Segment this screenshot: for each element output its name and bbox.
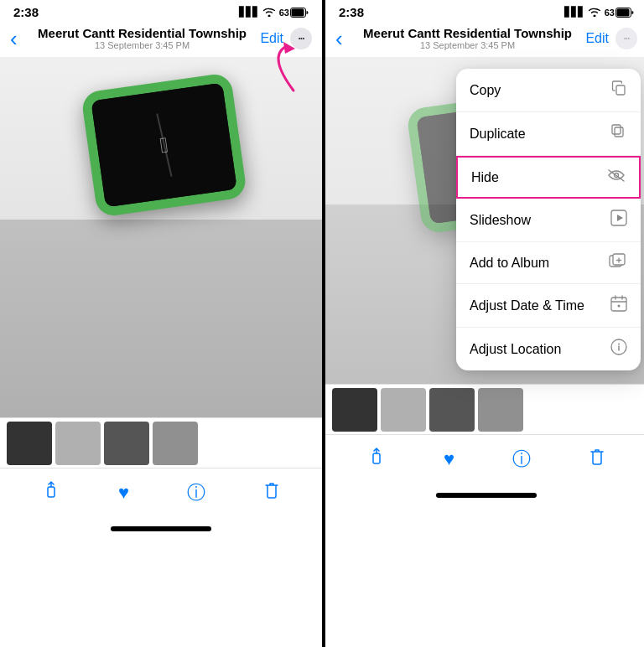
- menu-label-add-to-album: Add to Album: [470, 256, 549, 271]
- thumb-4-left[interactable]: [153, 422, 198, 465]
- copy-icon: [610, 80, 627, 101]
- menu-label-adjust-location: Adjust Location: [470, 342, 561, 357]
- more-button-left[interactable]: ···: [290, 28, 312, 49]
- bottom-toolbar-right: ♥ ⓘ: [325, 434, 644, 493]
- thumb-3-left[interactable]: [104, 422, 149, 465]
- nav-header-right: ‹ Meerut Cantt Residential Township 13 S…: [325, 23, 644, 57]
- trash-button-right[interactable]: [589, 448, 605, 471]
- right-screen: 2:38 ▋▋▋ 63 ‹ Meerut: [325, 0, 644, 647]
- back-button-left[interactable]: ‹: [10, 28, 18, 49]
- photo-area-left: : [0, 57, 322, 417]
- edit-button-left[interactable]: Edit: [260, 31, 283, 46]
- status-icons-left: ▋▋▋ 63: [239, 7, 309, 18]
- photo-subtitle-left: 13 September 3:45 PM: [24, 40, 261, 50]
- menu-item-adjust-location[interactable]: Adjust Location: [456, 328, 641, 370]
- info-button-right[interactable]: ⓘ: [512, 447, 531, 472]
- status-bar-right: 2:38 ▋▋▋ 63: [325, 0, 644, 23]
- menu-item-adjust-date-time[interactable]: Adjust Date & Time: [456, 284, 641, 328]
- context-menu: Copy Duplicate Hide: [456, 69, 641, 370]
- play-icon: [610, 210, 627, 230]
- heart-button-left[interactable]: ♥: [118, 482, 129, 504]
- menu-item-slideshow[interactable]: Slideshow: [456, 199, 641, 242]
- battery-icon-right: 63: [605, 8, 634, 18]
- svg-point-24: [618, 344, 620, 345]
- thumbnail-strip-left: [0, 417, 322, 468]
- thumb-4-right[interactable]: [478, 388, 523, 432]
- add-album-icon: [609, 253, 627, 272]
- bottom-toolbar-left: ♥ ⓘ: [0, 468, 322, 526]
- wifi-icon-left: [262, 7, 276, 18]
- table-surface-left: [0, 220, 322, 418]
- thumb-3-right[interactable]: [429, 388, 475, 432]
- home-indicator-right: [436, 493, 537, 498]
- signal-icon-right: ▋▋▋: [564, 7, 584, 18]
- thumb-1-left[interactable]: [7, 422, 52, 465]
- status-time-left: 2:38: [13, 5, 39, 19]
- svg-rect-3: [48, 487, 55, 497]
- menu-label-hide: Hide: [471, 170, 499, 185]
- nav-actions-left: Edit ···: [260, 28, 312, 49]
- menu-item-duplicate[interactable]: Duplicate: [456, 112, 641, 156]
- iphone-screen-line: [156, 113, 172, 176]
- svg-rect-8: [612, 125, 621, 134]
- left-screen: 2:38 ▋▋▋ 63 ‹ Meerut: [0, 0, 322, 647]
- nav-header-left: ‹ Meerut Cantt Residential Township 13 S…: [0, 23, 322, 57]
- photo-subtitle-right: 13 September 3:45 PM: [350, 40, 586, 50]
- svg-rect-7: [615, 127, 623, 137]
- photo-title-right: Meerut Cantt Residential Township: [350, 26, 586, 40]
- svg-rect-6: [616, 85, 625, 95]
- iphone-prop-left: : [80, 72, 247, 218]
- duplicate-icon: [610, 123, 627, 144]
- title-area-left: Meerut Cantt Residential Township 13 Sep…: [24, 26, 261, 50]
- menu-label-slideshow: Slideshow: [470, 213, 531, 228]
- share-button-left[interactable]: [42, 480, 60, 505]
- more-button-right[interactable]: ···: [615, 28, 637, 49]
- edit-button-right[interactable]: Edit: [585, 31, 609, 46]
- status-bar-left: 2:38 ▋▋▋ 63: [0, 0, 322, 23]
- menu-label-adjust-date-time: Adjust Date & Time: [470, 298, 584, 313]
- svg-marker-12: [617, 215, 623, 221]
- thumb-2-left[interactable]: [55, 422, 101, 465]
- battery-icon-left: 63: [279, 8, 309, 18]
- thumbnail-strip-right: [325, 384, 644, 434]
- eye-slash-icon: [607, 168, 626, 186]
- calendar-icon: [610, 295, 627, 316]
- svg-rect-1: [292, 8, 304, 16]
- title-area-right: Meerut Cantt Residential Township 13 Sep…: [350, 26, 586, 50]
- heart-button-right[interactable]: ♥: [444, 448, 454, 470]
- svg-rect-25: [373, 453, 380, 463]
- svg-rect-17: [611, 298, 626, 311]
- home-indicator-left: [111, 526, 211, 531]
- photo-title-left: Meerut Cantt Residential Township: [24, 26, 261, 40]
- info-circle-icon: [610, 339, 627, 360]
- trash-button-left[interactable]: [263, 481, 280, 504]
- thumb-1-right[interactable]: [332, 388, 377, 432]
- signal-icon-left: ▋▋▋: [239, 7, 259, 18]
- status-time-right: 2:38: [339, 5, 364, 19]
- svg-rect-5: [617, 8, 630, 16]
- info-button-left[interactable]: ⓘ: [187, 480, 205, 505]
- menu-label-copy: Copy: [470, 83, 501, 98]
- menu-label-duplicate: Duplicate: [470, 127, 526, 142]
- status-icons-right: ▋▋▋ 63: [564, 7, 634, 18]
- share-button-right[interactable]: [367, 447, 386, 472]
- svg-point-21: [618, 305, 621, 308]
- menu-item-hide[interactable]: Hide: [456, 156, 641, 199]
- thumb-2-right[interactable]: [381, 388, 426, 432]
- menu-item-add-to-album[interactable]: Add to Album: [456, 242, 641, 284]
- menu-item-copy[interactable]: Copy: [456, 69, 641, 112]
- wifi-icon-right: [588, 7, 601, 18]
- nav-actions-right: Edit ···: [585, 28, 637, 49]
- back-button-right[interactable]: ‹: [335, 28, 343, 49]
